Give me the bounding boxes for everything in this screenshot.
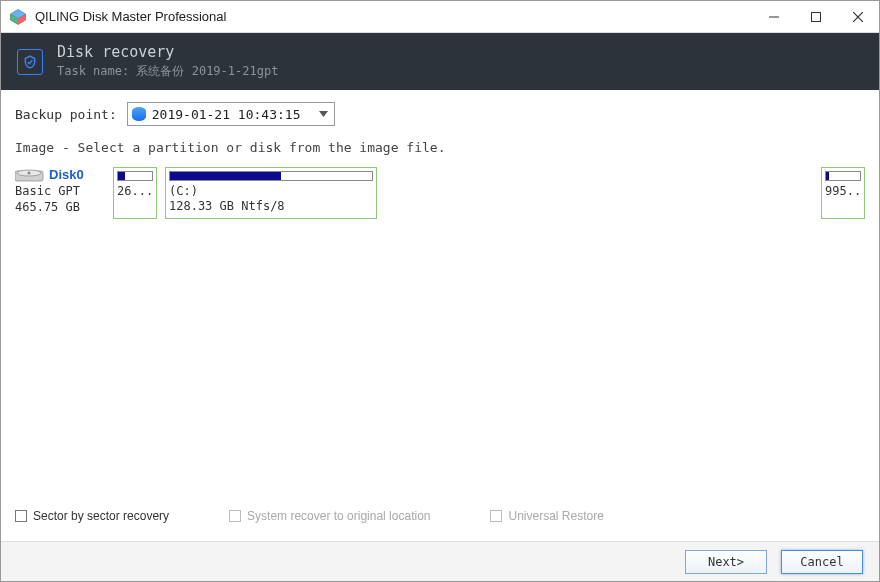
checkbox-label: Sector by sector recovery <box>33 509 169 523</box>
partition-drive-letter: (C:) <box>169 184 373 199</box>
footer: Next> Cancel <box>1 541 879 581</box>
checkbox-icon <box>490 510 502 522</box>
partition-label: 26... <box>117 184 153 199</box>
checkbox-label: Universal Restore <box>508 509 603 523</box>
cancel-button[interactable]: Cancel <box>781 550 863 574</box>
backup-point-dropdown[interactable]: 2019-01-21 10:43:15 <box>127 102 335 126</box>
disk-name: Disk0 <box>49 167 84 182</box>
options-row: Sector by sector recovery System recover… <box>15 501 865 533</box>
backup-point-row: Backup point: 2019-01-21 10:43:15 <box>15 102 865 126</box>
checkbox-icon <box>229 510 241 522</box>
partition-usage-bar <box>117 171 153 181</box>
backup-point-label: Backup point: <box>15 107 117 122</box>
partition-usage-bar <box>825 171 861 181</box>
hard-drive-icon <box>15 168 45 182</box>
partition-label: 128.33 GB Ntfs/8 <box>169 199 373 214</box>
svg-rect-5 <box>812 12 821 21</box>
close-button[interactable] <box>837 3 879 31</box>
titlebar: QILING Disk Master Professional <box>1 1 879 33</box>
partition-usage-bar <box>169 171 373 181</box>
checkbox-icon <box>15 510 27 522</box>
instruction-text: Image - Select a partition or disk from … <box>15 140 865 155</box>
disk-type: Basic GPT <box>15 184 105 198</box>
partition-2[interactable]: (C:) 128.33 GB Ntfs/8 <box>165 167 377 219</box>
partition-3[interactable]: 995... <box>821 167 865 219</box>
checkbox-label: System recover to original location <box>247 509 430 523</box>
system-recover-checkbox: System recover to original location <box>229 509 430 523</box>
content-area: Backup point: 2019-01-21 10:43:15 Image … <box>1 90 879 541</box>
window-title: QILING Disk Master Professional <box>35 9 753 24</box>
partition-1[interactable]: 26... <box>113 167 157 219</box>
page-header: Disk recovery Task name: 系统备份 2019-1-21g… <box>1 33 879 90</box>
disk-row: Disk0 Basic GPT 465.75 GB 26... (C:) 128… <box>15 167 865 223</box>
svg-point-11 <box>28 171 31 174</box>
minimize-button[interactable] <box>753 3 795 31</box>
page-subtitle: Task name: 系统备份 2019-1-21gpt <box>57 63 278 80</box>
recovery-icon <box>17 49 43 75</box>
sector-by-sector-checkbox[interactable]: Sector by sector recovery <box>15 509 169 523</box>
next-button[interactable]: Next> <box>685 550 767 574</box>
chevron-down-icon <box>314 103 332 125</box>
partition-label: 995... <box>825 184 861 199</box>
maximize-button[interactable] <box>795 3 837 31</box>
universal-restore-checkbox: Universal Restore <box>490 509 603 523</box>
page-title: Disk recovery <box>57 43 278 61</box>
disk-icon <box>132 107 146 121</box>
disk-size: 465.75 GB <box>15 200 105 214</box>
backup-point-value: 2019-01-21 10:43:15 <box>152 107 314 122</box>
disk-info[interactable]: Disk0 Basic GPT 465.75 GB <box>15 167 105 214</box>
svg-marker-8 <box>319 111 328 117</box>
app-logo-icon <box>9 8 27 26</box>
